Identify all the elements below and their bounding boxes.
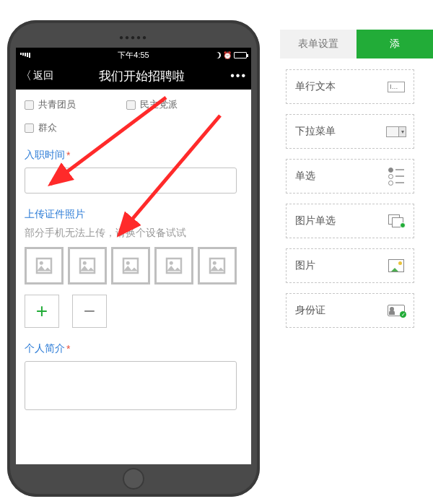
status-time: 下午4:55 <box>118 50 149 61</box>
widget-image[interactable]: 图片 <box>286 248 414 283</box>
widget-label: 身份证 <box>295 304 325 317</box>
more-button[interactable]: ••• <box>230 69 247 82</box>
svg-point-3 <box>170 261 173 265</box>
idcard-icon: ✓ <box>388 304 405 317</box>
remove-upload-button[interactable]: − <box>72 295 107 328</box>
widget-label: 图片单选 <box>295 214 336 227</box>
svg-point-2 <box>126 261 130 265</box>
widget-palette: 单行文本 I… 下拉菜单 ▾ 单选 图片单选 图片 身份证 ✓ <box>286 69 414 328</box>
widget-radio[interactable]: 单选 <box>286 159 414 194</box>
text-input-icon: I… <box>388 80 405 93</box>
tab-add-widget[interactable]: 添 <box>357 30 433 58</box>
page-title: 我们开始招聘啦 <box>99 68 185 84</box>
alarm-icon: ⏰ <box>223 51 232 59</box>
widget-single-line-text[interactable]: 单行文本 I… <box>286 69 414 104</box>
widget-label: 单选 <box>295 170 315 183</box>
widget-image-radio[interactable]: 图片单选 <box>286 204 414 238</box>
chevron-left-icon: 〈 <box>20 69 32 84</box>
svg-point-1 <box>83 261 87 265</box>
widget-label: 单行文本 <box>295 80 336 93</box>
widget-label: 下拉菜单 <box>295 125 336 138</box>
svg-point-4 <box>213 261 216 265</box>
back-button[interactable]: 〈 返回 <box>20 69 53 84</box>
battery-icon <box>234 52 247 58</box>
widget-id-card[interactable]: 身份证 ✓ <box>286 293 414 328</box>
field-label-bio: 个人简介* <box>25 342 242 355</box>
svg-line-6 <box>119 116 220 235</box>
widget-dropdown[interactable]: 下拉菜单 ▾ <box>286 114 414 149</box>
annotation-arrow <box>94 108 238 253</box>
speaker-dots: ●●●●● <box>119 33 148 41</box>
radio-icon <box>388 170 405 183</box>
dnd-icon <box>214 52 221 58</box>
nav-bar: 〈 返回 我们开始招聘啦 ••• <box>16 62 251 90</box>
back-label: 返回 <box>33 69 53 82</box>
dropdown-icon: ▾ <box>388 125 405 138</box>
upload-slot[interactable] <box>25 247 64 284</box>
image-icon <box>388 259 405 272</box>
signal-icon <box>20 53 30 58</box>
status-bar: 下午4:55 ⏰ <box>16 48 251 62</box>
image-radio-icon <box>388 214 405 227</box>
tab-form-settings[interactable]: 表单设置 <box>280 30 357 58</box>
home-button[interactable] <box>123 468 144 490</box>
widget-label: 图片 <box>295 259 315 272</box>
bio-textarea[interactable] <box>25 361 237 410</box>
svg-point-0 <box>40 261 43 265</box>
add-upload-button[interactable]: + <box>25 295 59 328</box>
